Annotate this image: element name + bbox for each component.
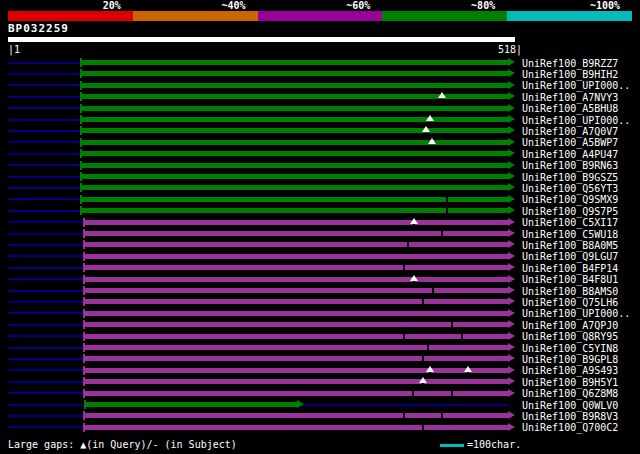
- hit-start-tick: [80, 126, 82, 135]
- query-gap-triangle-icon: [426, 115, 434, 121]
- hit-end-arrow-icon: [508, 275, 515, 283]
- hit-start-tick: [80, 172, 82, 181]
- hit-bar[interactable]: [80, 128, 508, 133]
- hit-label[interactable]: UniRef100_UPI000..: [522, 80, 630, 91]
- hit-bar[interactable]: [84, 402, 297, 407]
- hit-bar[interactable]: [83, 299, 508, 304]
- hit-label[interactable]: UniRef100_C5WU18: [522, 229, 618, 240]
- hit-bar[interactable]: [83, 425, 508, 430]
- hit-label[interactable]: UniRef100_B8A0M5: [522, 240, 618, 251]
- hit-end-arrow-icon: [508, 195, 515, 203]
- subject-gap-mark: [451, 321, 453, 328]
- hit-end-arrow-icon: [508, 126, 515, 134]
- hit-bar[interactable]: [83, 311, 508, 316]
- hit-label[interactable]: UniRef100_Q9LGU7: [522, 251, 618, 262]
- hit-label[interactable]: UniRef100_Q9SMX9: [522, 194, 618, 205]
- hit-bar[interactable]: [83, 242, 508, 247]
- hit-label[interactable]: UniRef100_Q700C2: [522, 422, 618, 433]
- hit-bar[interactable]: [80, 106, 508, 111]
- hit-bar[interactable]: [80, 163, 508, 168]
- hit-end-arrow-icon: [508, 332, 515, 340]
- hit-end-arrow-icon: [508, 172, 515, 180]
- hit-label[interactable]: UniRef100_B9HIH2: [522, 69, 618, 80]
- hit-end-arrow-icon: [508, 354, 515, 362]
- hit-bar[interactable]: [83, 368, 508, 373]
- hit-end-arrow-icon: [508, 263, 515, 271]
- hit-bar[interactable]: [83, 379, 508, 384]
- hit-bar[interactable]: [83, 220, 508, 225]
- hit-label[interactable]: UniRef100_Q9S7P5: [522, 206, 618, 217]
- hit-end-arrow-icon: [508, 229, 515, 237]
- subject-gap-mark: [427, 344, 429, 351]
- hit-end-arrow-icon: [508, 115, 515, 123]
- subject-gap-mark: [446, 196, 448, 203]
- hit-start-tick: [80, 104, 82, 113]
- hit-label[interactable]: UniRef100_UPI000..: [522, 115, 630, 126]
- subject-gap-mark: [412, 390, 414, 397]
- hit-label[interactable]: UniRef100_A7Q0V7: [522, 126, 618, 137]
- hit-bar[interactable]: [80, 185, 508, 190]
- hit-bar[interactable]: [80, 83, 508, 88]
- hit-label[interactable]: UniRef100_Q56YT3: [522, 183, 618, 194]
- hit-label[interactable]: UniRef100_A4PU47: [522, 149, 618, 160]
- hit-label[interactable]: UniRef100_B9RN63: [522, 160, 618, 171]
- hit-bar[interactable]: [80, 117, 508, 122]
- hit-label[interactable]: UniRef100_B9R8V3: [522, 411, 618, 422]
- hit-end-arrow-icon: [508, 309, 515, 317]
- hit-bar[interactable]: [83, 356, 508, 361]
- hit-label[interactable]: UniRef100_C5YIN8: [522, 343, 618, 354]
- hit-bar[interactable]: [83, 322, 508, 327]
- hit-label[interactable]: UniRef100_B4FP14: [522, 263, 618, 274]
- hit-start-tick: [80, 206, 82, 215]
- hit-bar[interactable]: [83, 288, 508, 293]
- hit-end-arrow-icon: [508, 206, 515, 214]
- hit-start-tick: [80, 58, 82, 67]
- hit-bar[interactable]: [83, 413, 508, 418]
- hit-bar[interactable]: [83, 277, 508, 282]
- hit-label[interactable]: UniRef100_B9GPL8: [522, 354, 618, 365]
- hit-label[interactable]: UniRef100_C5XI17: [522, 217, 618, 228]
- hit-label[interactable]: UniRef100_Q8RY95: [522, 331, 618, 342]
- hit-end-arrow-icon: [508, 218, 515, 226]
- hit-label[interactable]: UniRef100_Q0WLV0: [522, 400, 618, 411]
- hit-start-tick: [83, 389, 85, 398]
- hit-bar[interactable]: [80, 208, 508, 213]
- hit-bar[interactable]: [80, 140, 508, 145]
- query-gap-triangle-icon: [426, 366, 434, 372]
- hit-label[interactable]: UniRef100_UPI000..: [522, 308, 630, 319]
- hit-bar[interactable]: [80, 71, 508, 76]
- hit-bar[interactable]: [83, 265, 508, 270]
- hit-label[interactable]: UniRef100_A7QPJ0: [522, 320, 618, 331]
- hit-bar[interactable]: [80, 151, 508, 156]
- hit-label[interactable]: UniRef100_A5BWP7: [522, 137, 618, 148]
- hit-start-tick: [80, 81, 82, 90]
- hit-end-arrow-icon: [508, 69, 515, 77]
- hit-bar[interactable]: [80, 174, 508, 179]
- hit-label[interactable]: UniRef100_B9RZZ7: [522, 58, 618, 69]
- hit-label[interactable]: UniRef100_A9S493: [522, 365, 618, 376]
- hit-bar[interactable]: [83, 254, 508, 259]
- subject-gap-mark: [422, 298, 424, 305]
- hit-end-arrow-icon: [508, 423, 515, 431]
- hit-bar[interactable]: [80, 197, 508, 202]
- subject-gap-mark: [403, 412, 405, 419]
- hit-start-tick: [83, 263, 85, 272]
- scale-length-line: [440, 444, 464, 447]
- hit-label[interactable]: UniRef100_B8AMS0: [522, 286, 618, 297]
- hit-bar[interactable]: [83, 391, 508, 396]
- hit-end-arrow-icon: [508, 366, 515, 374]
- hit-label[interactable]: UniRef100_B9GSZ5: [522, 172, 618, 183]
- hit-label[interactable]: UniRef100_Q75LH6: [522, 297, 618, 308]
- hit-end-arrow-icon: [508, 183, 515, 191]
- hit-bar[interactable]: [83, 231, 508, 236]
- hit-bar[interactable]: [83, 334, 508, 339]
- hit-label[interactable]: UniRef100_A5BHU8: [522, 103, 618, 114]
- hit-label[interactable]: UniRef100_Q6Z8M8: [522, 388, 618, 399]
- hit-label[interactable]: UniRef100_B9H5Y1: [522, 377, 618, 388]
- hit-bar[interactable]: [83, 345, 508, 350]
- hit-start-tick: [83, 354, 85, 363]
- hit-label[interactable]: UniRef100_B4F8U1: [522, 274, 618, 285]
- hit-bar[interactable]: [80, 60, 508, 65]
- hit-label[interactable]: UniRef100_A7NVY3: [522, 92, 618, 103]
- query-gap-triangle-icon: [428, 138, 436, 144]
